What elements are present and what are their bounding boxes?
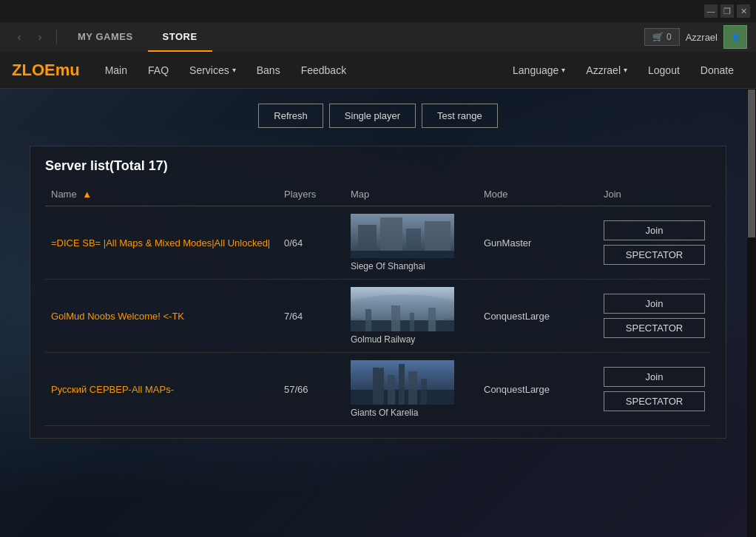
players-count-label: 57/66 <box>284 384 308 395</box>
mode-label: ConquestLarge <box>484 311 550 322</box>
server-name-link[interactable]: GolMud Noobs Welcome! <-TK <box>51 311 184 322</box>
spectator-button[interactable]: SPECTATOR <box>604 245 705 265</box>
map-name-label: Siege Of Shanghai <box>351 261 425 271</box>
brand-logo: ZLOEmu <box>12 61 80 80</box>
svg-point-20 <box>378 364 382 368</box>
mode-label: ConquestLarge <box>484 384 550 395</box>
single-player-button[interactable]: Single player <box>329 104 416 128</box>
menu-item-user[interactable]: Azzrael ▾ <box>576 52 638 89</box>
cart-button[interactable]: 🛒 0 <box>644 28 680 46</box>
players-cell: 57/66 <box>278 353 345 426</box>
players-count-label: 0/64 <box>284 237 303 249</box>
col-header-name[interactable]: Name ▲ <box>45 183 278 206</box>
col-header-join[interactable]: Join <box>598 183 711 206</box>
nav-divider <box>56 30 57 44</box>
header-right-menu: Language ▾ Azzrael ▾ Logout Donate <box>502 52 744 89</box>
svg-rect-15 <box>373 368 384 405</box>
services-arrow-icon: ▾ <box>232 66 236 74</box>
title-bar: — ❐ ✕ <box>0 0 756 22</box>
map-thumbnail <box>351 287 454 331</box>
menu-item-bans[interactable]: Bans <box>246 52 291 89</box>
svg-rect-18 <box>408 371 417 405</box>
map-thumbnail <box>351 214 454 258</box>
cart-icon: 🛒 <box>652 32 664 42</box>
sort-arrow-icon: ▲ <box>80 189 92 200</box>
cart-count: 0 <box>666 32 672 42</box>
join-cell: Join SPECTATOR <box>598 353 711 426</box>
table-row: GolMud Noobs Welcome! <-TK 7/64 Golmud R… <box>45 280 711 353</box>
user-arrow-icon: ▾ <box>624 66 627 74</box>
minimize-button[interactable]: — <box>704 4 718 18</box>
map-thumbnail <box>351 360 454 405</box>
scrollbar-thumb[interactable] <box>748 90 755 237</box>
spectator-button[interactable]: SPECTATOR <box>604 318 705 338</box>
join-button[interactable]: Join <box>604 367 705 387</box>
tab-my-games[interactable]: MY GAMES <box>63 22 148 52</box>
user-area: 🛒 0 Azzrael 👤 <box>644 25 747 49</box>
join-cell: Join SPECTATOR <box>598 280 711 353</box>
refresh-button[interactable]: Refresh <box>258 104 323 128</box>
avatar: 👤 <box>723 25 747 49</box>
user-name-label: Azzrael <box>686 32 718 43</box>
server-name-link[interactable]: =DICE SB= |All Maps & Mixed Modes|All Un… <box>51 237 270 249</box>
menu-item-services[interactable]: Services ▾ <box>179 52 246 89</box>
map-cell: Siege Of Shanghai <box>345 206 478 280</box>
col-header-map[interactable]: Map <box>345 183 478 206</box>
server-name-cell: =DICE SB= |All Maps & Mixed Modes|All Un… <box>45 206 278 280</box>
main-content: Refresh Single player Test range Server … <box>0 89 756 537</box>
test-range-button[interactable]: Test range <box>422 104 498 128</box>
menu-item-main[interactable]: Main <box>95 52 138 89</box>
nav-bar: ‹ › MY GAMES STORE 🛒 0 Azzrael 👤 <box>0 22 756 52</box>
svg-rect-11 <box>410 313 414 331</box>
server-name-cell: GolMud Noobs Welcome! <-TK <box>45 280 278 353</box>
map-name-label: Giants Of Karelia <box>351 408 418 418</box>
players-count-label: 7/64 <box>284 311 303 322</box>
join-cell: Join SPECTATOR <box>598 206 711 280</box>
table-header-row: Name ▲ Players Map Mode Join <box>45 183 711 206</box>
menu-item-logout[interactable]: Logout <box>638 52 690 89</box>
server-table-body: =DICE SB= |All Maps & Mixed Modes|All Un… <box>45 206 711 426</box>
restore-button[interactable]: ❐ <box>720 4 734 18</box>
mode-cell: GunMaster <box>478 206 598 280</box>
nav-back-button[interactable]: ‹ <box>9 27 30 47</box>
map-cell: Giants Of Karelia <box>345 353 478 426</box>
tab-store[interactable]: STORE <box>148 22 212 52</box>
mode-label: GunMaster <box>484 237 531 249</box>
players-cell: 0/64 <box>278 206 345 280</box>
app-header: ZLOEmu Main FAQ Services ▾ Bans Feedback… <box>0 52 756 89</box>
language-arrow-icon: ▾ <box>561 66 565 74</box>
server-list-container: Server list(Total 17) Name ▲ Players Map… <box>30 146 726 439</box>
spectator-button[interactable]: SPECTATOR <box>604 391 705 411</box>
svg-rect-5 <box>351 251 454 258</box>
server-name-cell: Русский СЕРВЕР-All MAPs- <box>45 353 278 426</box>
mode-cell: ConquestLarge <box>478 280 598 353</box>
col-header-players[interactable]: Players <box>278 183 345 206</box>
table-row: =DICE SB= |All Maps & Mixed Modes|All Un… <box>45 206 711 280</box>
svg-rect-16 <box>388 375 395 405</box>
menu-item-donate[interactable]: Donate <box>690 52 744 89</box>
svg-rect-12 <box>428 308 436 331</box>
join-button[interactable]: Join <box>604 294 705 314</box>
svg-rect-17 <box>399 364 405 405</box>
server-name-link[interactable]: Русский СЕРВЕР-All MAPs- <box>51 384 174 395</box>
svg-rect-10 <box>391 305 400 331</box>
avatar-icon: 👤 <box>731 33 740 41</box>
col-header-mode[interactable]: Mode <box>478 183 598 206</box>
mode-cell: ConquestLarge <box>478 353 598 426</box>
nav-forward-button[interactable]: › <box>30 27 50 47</box>
players-cell: 7/64 <box>278 280 345 353</box>
action-buttons-row: Refresh Single player Test range <box>30 104 726 128</box>
map-name-label: Golmud Railway <box>351 334 415 345</box>
svg-rect-9 <box>365 309 371 331</box>
table-row: Русский СЕРВЕР-All MAPs- 57/66 Giants Of… <box>45 353 711 426</box>
server-table: Name ▲ Players Map Mode Join =DICE SB= |… <box>45 183 711 426</box>
join-button[interactable]: Join <box>604 220 705 240</box>
menu-item-language[interactable]: Language ▾ <box>502 52 576 89</box>
scrollbar-track[interactable] <box>747 89 756 537</box>
map-cell: Golmud Railway <box>345 280 478 353</box>
menu-item-faq[interactable]: FAQ <box>138 52 179 89</box>
close-button[interactable]: ✕ <box>737 4 750 18</box>
svg-rect-19 <box>421 379 427 405</box>
server-list-title: Server list(Total 17) <box>45 158 711 174</box>
menu-item-feedback[interactable]: Feedback <box>291 52 357 89</box>
